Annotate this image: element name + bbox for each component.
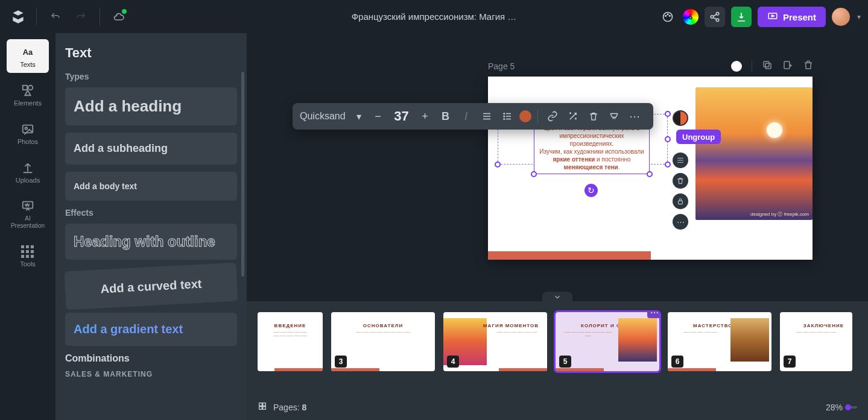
thumb-7[interactable]: ЗАКЛЮЧЕНИЕ —— —— —— —— —— —— 7 — [780, 312, 852, 371]
ungroup-tooltip[interactable]: Ungroup — [676, 130, 721, 144]
add-heading-card[interactable]: Add a heading — [65, 87, 237, 125]
slide-image[interactable]: designed by ⓕ freepik.com — [695, 87, 813, 220]
sidepanel-scrollbar[interactable] — [241, 72, 244, 277]
present-button[interactable]: Present — [758, 7, 826, 27]
add-body-text-card[interactable]: Add a body text — [65, 172, 237, 201]
add-body-label: Add a body text — [74, 181, 229, 191]
lock-icon[interactable] — [673, 193, 688, 209]
gradient-text-card[interactable]: Add a gradient text — [65, 313, 237, 346]
font-size-input[interactable] — [390, 108, 413, 124]
rail-photos-label: Photos — [17, 138, 38, 145]
text-color-button[interactable] — [519, 110, 531, 122]
pages-label: Pages: 8 — [273, 403, 306, 412]
rail-elements-label: Elements — [14, 99, 42, 107]
selection-handle[interactable] — [495, 161, 501, 168]
rail-ai-presentation[interactable]: AI Presentation — [7, 193, 49, 234]
app-logo[interactable] — [10, 8, 27, 25]
heading-outline-card[interactable]: Heading with outline — [65, 224, 237, 260]
palette-icon[interactable] — [659, 8, 677, 26]
add-subheading-card[interactable]: Add a subheading — [65, 133, 237, 165]
credits-badge[interactable]: 5 — [683, 9, 699, 25]
rail-photos[interactable]: Photos — [7, 116, 49, 150]
download-button[interactable] — [731, 7, 752, 27]
bold-button[interactable]: B — [437, 108, 454, 125]
font-family-dropdown[interactable]: Quicksand ▾ — [300, 111, 366, 122]
add-page-icon[interactable] — [782, 60, 793, 72]
selection-handle[interactable] — [665, 161, 671, 168]
thumb-body: —— —— —— —— —— —— —— —— — [346, 330, 420, 334]
thumb-4[interactable]: МАГИЯ МОМЕНТОВ —— —— —— —— —— —— 4 — [443, 312, 547, 371]
list-icon[interactable] — [673, 152, 688, 168]
text-bold: меняющиеся тени — [564, 164, 618, 171]
link-button[interactable] — [544, 108, 561, 125]
trash-icon[interactable] — [673, 173, 688, 189]
more-icon[interactable]: ⋯ — [673, 214, 688, 230]
thumb-2[interactable]: ВВЕДЕНИЕ —— —— —— —— —— —— —— —— —— —— — [258, 312, 323, 371]
curved-text-card[interactable]: Add a curved text — [65, 263, 238, 310]
rail-texts[interactable]: Aa Texts — [7, 39, 49, 73]
svg-point-10 — [28, 86, 33, 90]
style-button[interactable] — [606, 108, 622, 125]
undo-button[interactable] — [46, 8, 65, 26]
thumb-5[interactable]: ⋯ КОЛОРИТ И СВЕТ —— —— —— —— —— —— —— ——… — [556, 312, 659, 371]
svg-text:Aa: Aa — [23, 48, 33, 57]
slide-accent-strip — [488, 251, 651, 260]
svg-point-19 — [504, 116, 505, 117]
font-size-increase[interactable]: + — [417, 108, 434, 125]
document-title[interactable]: Французский импрессионизм: Магия … — [352, 11, 517, 22]
font-size-decrease[interactable]: − — [370, 108, 387, 125]
delete-button[interactable] — [585, 108, 602, 125]
text-line: . — [618, 164, 620, 171]
align-button[interactable] — [478, 108, 495, 125]
thumb-image — [730, 318, 769, 362]
selection-handle[interactable] — [665, 111, 671, 117]
magic-button[interactable] — [565, 108, 581, 125]
divider — [36, 8, 37, 25]
page-bg-color[interactable] — [731, 61, 742, 72]
thumbnails: ВВЕДЕНИЕ —— —— —— —— —— —— —— —— —— —— О… — [258, 312, 862, 371]
combo-sales-marketing[interactable]: SALES & MARKETING — [65, 370, 237, 378]
svg-rect-22 — [263, 403, 266, 406]
svg-point-6 — [716, 19, 719, 22]
credits-count: 5 — [689, 13, 692, 20]
rotate-handle[interactable]: ↻ — [584, 184, 598, 197]
thumb-image — [618, 318, 657, 362]
thumb-more-menu[interactable]: ⋯ — [647, 312, 659, 318]
list-button[interactable] — [499, 108, 516, 125]
add-subheading-label: Add a subheading — [74, 142, 229, 155]
user-avatar[interactable] — [832, 8, 850, 26]
cloud-sync-icon[interactable] — [110, 8, 128, 26]
rail-elements[interactable]: Elements — [7, 78, 49, 111]
delete-page-icon[interactable] — [803, 60, 814, 72]
thumb-number: 7 — [784, 356, 796, 368]
zoom-control[interactable]: 28% — [826, 403, 857, 412]
thumb-3[interactable]: ОСНОВАТЕЛИ —— —— —— —— —— —— —— —— 3 — [331, 312, 435, 371]
thumb-body: —— —— —— —— —— —— —— —— — [563, 330, 613, 337]
thumb-body: —— —— —— —— —— —— — [493, 330, 541, 334]
redo-button[interactable] — [72, 8, 90, 26]
toolbar-separator — [537, 110, 538, 123]
rail-tools[interactable]: Tools — [7, 239, 49, 272]
avatar-menu-chevron[interactable]: ▾ — [857, 13, 861, 21]
curved-text-label: Add a curved text — [100, 277, 202, 296]
effects-section-label: Effects — [65, 208, 237, 218]
svg-point-20 — [504, 119, 505, 120]
image-credit: designed by ⓕ freepik.com — [750, 211, 809, 218]
grid-view-icon[interactable] — [258, 401, 267, 413]
share-button[interactable] — [705, 7, 725, 27]
zoom-slider-thumb[interactable] — [845, 404, 851, 410]
svg-rect-15 — [764, 61, 769, 67]
italic-button[interactable]: I — [458, 108, 475, 125]
duplicate-page-icon[interactable] — [762, 60, 773, 72]
textbox-handle[interactable] — [531, 171, 537, 177]
add-heading-label: Add a heading — [74, 97, 229, 116]
more-button[interactable]: ⋯ — [626, 108, 643, 125]
theme-color-toggle[interactable] — [673, 110, 688, 126]
rail-uploads[interactable]: Uploads — [7, 155, 49, 189]
footer-bar: Pages: 8 28% — [258, 401, 857, 413]
textbox-handle[interactable] — [647, 171, 653, 177]
svg-point-1 — [665, 16, 667, 17]
thumbnail-toggle[interactable] — [542, 292, 572, 302]
selection-handle[interactable] — [665, 136, 671, 142]
thumb-6[interactable]: МАСТЕРСТВО КИСТИ —— —— —— —— —— 6 — [668, 312, 771, 371]
